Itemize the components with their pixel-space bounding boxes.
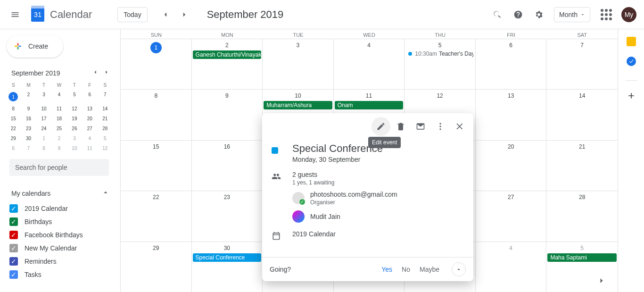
mini-day-cell[interactable]: 26 bbox=[67, 124, 82, 133]
mini-day-cell[interactable]: 5 bbox=[67, 90, 82, 104]
day-cell[interactable]: 8 bbox=[121, 90, 192, 140]
mini-day-cell[interactable]: 25 bbox=[51, 124, 66, 133]
day-cell[interactable]: 29 bbox=[121, 242, 192, 292]
mini-day-cell[interactable]: 4 bbox=[82, 133, 97, 143]
mini-day-cell[interactable]: 28 bbox=[98, 124, 113, 133]
day-cell[interactable]: 20 bbox=[476, 141, 547, 191]
create-button[interactable]: Create bbox=[7, 35, 63, 58]
mini-day-cell[interactable]: 12 bbox=[67, 104, 82, 114]
calendar-checkbox[interactable]: ✓ bbox=[9, 257, 18, 266]
mini-day-cell[interactable]: 5 bbox=[98, 133, 113, 143]
add-addon-button[interactable] bbox=[627, 91, 636, 102]
day-cell[interactable]: 16 bbox=[192, 141, 263, 191]
mini-day-cell[interactable]: 3 bbox=[67, 133, 82, 143]
settings-button[interactable] bbox=[529, 5, 548, 24]
mini-day-cell[interactable]: 10 bbox=[36, 104, 51, 114]
mini-day-cell[interactable]: 17 bbox=[36, 114, 51, 124]
mini-day-cell[interactable]: 19 bbox=[67, 114, 82, 124]
close-popup-button[interactable] bbox=[451, 117, 470, 136]
calendar-checkbox[interactable]: ✓ bbox=[9, 231, 18, 239]
day-cell[interactable]: 21 bbox=[546, 141, 618, 191]
calendar-list-item[interactable]: ✓New My Calendar bbox=[9, 242, 113, 255]
mini-day-cell[interactable]: 12 bbox=[98, 143, 113, 153]
mini-day-cell[interactable]: 2 bbox=[21, 90, 36, 104]
calendar-list-item[interactable]: ✓Tasks bbox=[9, 268, 113, 281]
mini-day-cell[interactable]: 8 bbox=[6, 104, 21, 114]
event-chip[interactable]: Muharram/Ashura bbox=[264, 101, 332, 109]
google-apps-button[interactable] bbox=[597, 5, 616, 24]
rsvp-more-button[interactable] bbox=[452, 262, 466, 276]
mini-day-cell[interactable]: 21 bbox=[98, 114, 113, 124]
event-chip[interactable]: Onam bbox=[335, 101, 404, 109]
mini-day-cell[interactable]: 30 bbox=[21, 133, 36, 143]
mini-next-button[interactable] bbox=[103, 69, 110, 77]
mini-day-cell[interactable]: 7 bbox=[21, 143, 36, 153]
mini-day-cell[interactable]: 1 bbox=[6, 90, 21, 104]
support-button[interactable] bbox=[509, 5, 528, 24]
mini-day-cell[interactable]: 18 bbox=[51, 114, 66, 124]
mini-day-cell[interactable]: 8 bbox=[36, 143, 51, 153]
mini-day-cell[interactable]: 11 bbox=[82, 143, 97, 153]
account-avatar[interactable]: My bbox=[621, 7, 636, 22]
event-chip[interactable]: Maha Saptami bbox=[547, 253, 617, 262]
day-cell[interactable]: 4 bbox=[476, 242, 547, 292]
today-button[interactable]: Today bbox=[117, 7, 147, 22]
view-switcher[interactable]: Month bbox=[554, 7, 590, 22]
calendar-checkbox[interactable]: ✓ bbox=[9, 244, 18, 252]
mini-day-cell[interactable]: 6 bbox=[6, 143, 21, 153]
mini-day-cell[interactable]: 11 bbox=[51, 104, 66, 114]
day-cell[interactable]: 1 bbox=[121, 39, 192, 89]
mini-day-cell[interactable]: 1 bbox=[36, 133, 51, 143]
mini-day-cell[interactable]: 16 bbox=[21, 114, 36, 124]
day-cell[interactable]: 15 bbox=[121, 141, 192, 191]
mini-day-cell[interactable]: 9 bbox=[51, 143, 66, 153]
day-cell[interactable]: 28 bbox=[546, 191, 618, 241]
collapse-mycals-button[interactable] bbox=[101, 188, 110, 198]
mini-day-cell[interactable]: 7 bbox=[98, 90, 113, 104]
rsvp-no-button[interactable]: No bbox=[402, 266, 410, 273]
mini-day-cell[interactable]: 23 bbox=[21, 124, 36, 133]
mini-prev-button[interactable] bbox=[92, 69, 99, 77]
calendar-checkbox[interactable]: ✓ bbox=[9, 204, 18, 213]
day-cell[interactable]: 6 bbox=[476, 39, 547, 89]
expand-side-panel-button[interactable] bbox=[594, 273, 609, 288]
calendar-checkbox[interactable]: ✓ bbox=[9, 270, 18, 279]
calendar-list-item[interactable]: ✓Birthdays bbox=[9, 215, 113, 228]
main-menu-button[interactable] bbox=[6, 5, 25, 24]
day-cell[interactable]: 4 bbox=[334, 39, 405, 89]
day-cell[interactable]: 22 bbox=[121, 191, 192, 241]
mini-day-cell[interactable]: 22 bbox=[6, 124, 21, 133]
search-people-input[interactable]: Search for people bbox=[9, 159, 109, 176]
day-cell[interactable]: 30Special Conference bbox=[192, 242, 263, 292]
mini-day-cell[interactable]: 4 bbox=[51, 90, 66, 104]
day-cell[interactable]: 2Ganesh Chaturthi/Vinayaka bbox=[192, 39, 263, 89]
mini-day-cell[interactable]: 29 bbox=[6, 133, 21, 143]
tasks-icon[interactable] bbox=[627, 57, 636, 66]
next-month-button[interactable] bbox=[175, 5, 194, 24]
mini-day-cell[interactable]: 9 bbox=[21, 104, 36, 114]
mini-day-cell[interactable]: 20 bbox=[82, 114, 97, 124]
event-chip[interactable]: 10:30amTeacher's Day bbox=[408, 50, 473, 57]
event-chip[interactable]: Special Conference bbox=[193, 253, 262, 262]
mini-day-cell[interactable]: 6 bbox=[82, 90, 97, 104]
day-cell[interactable]: 27 bbox=[476, 191, 547, 241]
day-cell[interactable]: 510:30amTeacher's Day bbox=[405, 39, 476, 89]
day-cell[interactable]: 7 bbox=[546, 39, 618, 89]
day-cell[interactable]: 13 bbox=[476, 90, 547, 140]
keep-icon[interactable] bbox=[627, 37, 636, 46]
email-guests-button[interactable] bbox=[411, 117, 430, 136]
calendar-list-item[interactable]: ✓2019 Calendar bbox=[9, 202, 113, 215]
calendar-list-item[interactable]: ✓Facebook Birthdays bbox=[9, 228, 113, 242]
event-options-button[interactable] bbox=[431, 117, 450, 136]
prev-month-button[interactable] bbox=[156, 5, 175, 24]
edit-event-button[interactable] bbox=[372, 117, 390, 136]
mini-day-cell[interactable]: 24 bbox=[36, 124, 51, 133]
mini-day-cell[interactable]: 2 bbox=[51, 133, 66, 143]
mini-day-cell[interactable]: 15 bbox=[6, 114, 21, 124]
day-cell[interactable]: 14 bbox=[546, 90, 618, 140]
event-chip[interactable]: Ganesh Chaturthi/Vinayaka bbox=[193, 50, 262, 59]
rsvp-yes-button[interactable]: Yes bbox=[381, 266, 392, 273]
calendar-checkbox[interactable]: ✓ bbox=[9, 217, 18, 226]
guest-organiser[interactable]: photoshoots.com@gmail.com Organiser bbox=[292, 191, 397, 206]
mini-day-cell[interactable]: 27 bbox=[82, 124, 97, 133]
